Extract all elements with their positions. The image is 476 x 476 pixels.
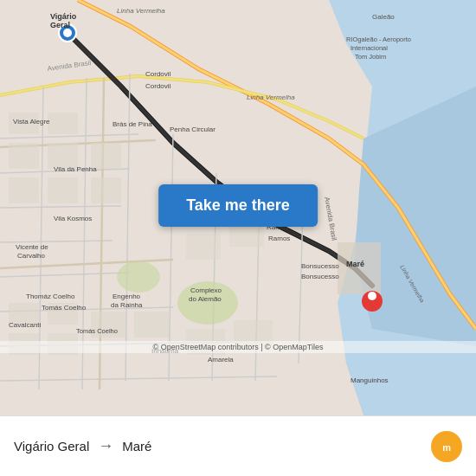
map-attribution: © OpenStreetMap contributors | © OpenMap… [0,341,476,353]
route-destination: Maré [122,439,151,453]
svg-text:Linha Vermelha: Linha Vermelha [247,93,295,101]
svg-text:Maré: Maré [346,260,364,268]
svg-text:Vila da Penha: Vila da Penha [54,165,97,173]
svg-text:Vista Alegre: Vista Alegre [13,118,50,125]
route-arrow-icon: → [98,437,113,455]
svg-text:Vigário: Vigário [50,12,77,21]
svg-text:Galeão: Galeão [372,13,395,21]
svg-text:Tom Jobim: Tom Jobim [355,53,386,61]
svg-text:Bonsucesso: Bonsucesso [301,273,339,280]
route-origin: Vigário Geral [14,439,89,453]
moovit-icon: m [431,431,462,462]
svg-text:Cavalcanti: Cavalcanti [9,321,42,329]
svg-text:Cordovil: Cordovil [145,70,171,78]
map-container: Vigário Geral Linha Vermelha Galeão RIOg… [0,0,476,415]
svg-rect-21 [9,143,39,169]
svg-text:Ramos: Ramos [268,235,290,242]
svg-point-39 [117,261,160,293]
svg-text:Brás de Pina: Brás de Pina [113,120,152,128]
svg-text:Engenho: Engenho [113,293,141,300]
svg-text:da Rainha: da Rainha [111,301,143,309]
moovit-logo: m [431,431,462,462]
svg-rect-40 [338,242,381,294]
svg-text:Manguinhos: Manguinhos [351,376,389,384]
svg-text:Cordovil: Cordovil [145,82,171,90]
svg-text:Bonsucesso: Bonsucesso [301,262,339,270]
svg-text:do Alemão: do Alemão [189,295,222,303]
svg-text:Linha Vermelha: Linha Vermelha [117,7,165,15]
svg-text:Amarela: Amarela [208,356,234,363]
svg-text:Geral: Geral [50,21,70,29]
svg-text:Tomás Coelho: Tomás Coelho [42,304,87,312]
svg-text:Vila Kosmos: Vila Kosmos [54,215,92,222]
svg-rect-35 [134,312,169,338]
svg-text:m: m [442,442,451,453]
svg-rect-24 [48,177,78,203]
svg-rect-26 [91,177,121,203]
svg-text:Internacional: Internacional [351,44,388,52]
svg-text:Complexo: Complexo [190,286,222,294]
svg-text:Thomáz Coelho: Thomáz Coelho [26,293,75,300]
svg-point-42 [63,29,72,37]
svg-rect-29 [186,234,221,260]
svg-text:Carvalho: Carvalho [17,252,46,260]
bottom-bar: Vigário Geral → Maré m [0,415,476,476]
svg-rect-20 [48,113,78,134]
take-me-there-button[interactable]: Take me there [158,184,318,227]
svg-text:Penha Circular: Penha Circular [170,125,215,133]
svg-text:Vicente de: Vicente de [16,243,48,251]
svg-point-45 [368,292,376,300]
svg-text:Tomás Coelho: Tomás Coelho [76,327,118,335]
svg-text:RIOgaleão - Aeroporto: RIOgaleão - Aeroporto [346,35,411,43]
svg-rect-23 [9,177,39,203]
